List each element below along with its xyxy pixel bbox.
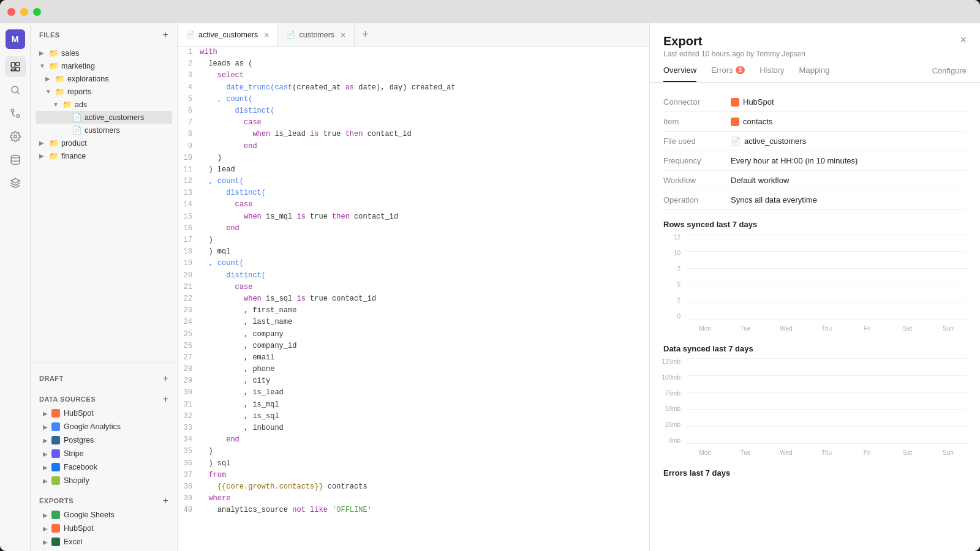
line-content: ) [200, 446, 649, 457]
tree-item-label: reports [67, 88, 91, 96]
tab-errors-label: Errors [711, 66, 733, 75]
export-label: HubSpot [64, 524, 94, 533]
data-source-stripe[interactable]: ▶ Stripe [39, 447, 168, 460]
svg-point-6 [11, 109, 14, 112]
excel-icon [51, 538, 60, 546]
line-number: 39 [178, 493, 200, 504]
tree-item-sales[interactable]: ▶ 📁 sales [36, 47, 172, 59]
data-source-shopify[interactable]: ▶ Shopify [39, 474, 168, 487]
data-y-labels: 125mb 100mb 75mb 50mb 25mb 0mb [663, 358, 683, 444]
data-chart-title: Data synced last 7 days [663, 344, 967, 353]
export-google-sheets[interactable]: ▶ Google Sheets [39, 508, 168, 522]
tree-item-marketing[interactable]: ▼ 📁 marketing [36, 59, 172, 72]
right-panel: Export Last edited 10 hours ago by Tommy… [649, 23, 980, 551]
data-sources-add-btn[interactable]: + [163, 394, 168, 404]
svg-rect-2 [15, 67, 19, 71]
workflow-label: Workflow [663, 176, 731, 185]
data-source-facebook[interactable]: ▶ Facebook [39, 460, 168, 474]
code-line: 23 , first_name [178, 305, 649, 317]
data-sources-label: DATA SOURCES [39, 395, 96, 403]
tree-item-finance[interactable]: ▶ 📁 finance [36, 149, 172, 162]
code-line: 24 , last_name [178, 317, 649, 328]
code-editor[interactable]: 1with2 leads as (3 select4 date_trunc(ca… [178, 47, 649, 551]
chevron-right-icon: ▶ [39, 152, 47, 159]
line-number: 27 [178, 352, 200, 364]
configure-btn[interactable]: Configure [932, 66, 967, 81]
sidebar-item-database[interactable] [5, 149, 26, 170]
line-content: analytics_source not like 'OFFLINE' [200, 504, 649, 516]
files-add-btn[interactable]: + [163, 29, 168, 40]
sidebar-item-git[interactable] [5, 103, 26, 124]
chevron-right-icon: ▶ [39, 50, 47, 56]
maximize-window-btn[interactable] [33, 8, 41, 16]
tab-errors[interactable]: Errors 3 [711, 66, 745, 82]
rows-chart-title: Rows synced last 7 days [663, 220, 967, 229]
code-line: 3 select [178, 70, 649, 81]
frequency-row: Frequency Every hour at HH:00 (in 10 min… [663, 151, 967, 171]
connector-label: Connector [663, 97, 731, 107]
chevron-right-icon: ▶ [45, 75, 53, 82]
tree-item-explorations[interactable]: ▶ 📁 explorations [36, 72, 172, 85]
code-line: 30 , is_lead [178, 387, 649, 399]
rows-y-labels: 12 10 7 5 2 0 [663, 234, 683, 320]
export-excel[interactable]: ▶ Excel [39, 535, 168, 549]
tree-item-label: ads [75, 100, 87, 109]
tree-item-product[interactable]: ▶ 📁 product [36, 137, 172, 149]
line-content: when is_sql is true contact_id [200, 293, 649, 305]
tree-item-active-customers[interactable]: ▶ 📄 active_customers [36, 111, 172, 124]
avatar[interactable]: M [6, 29, 25, 49]
exports-add-btn[interactable]: + [163, 496, 168, 506]
data-source-google-analytics[interactable]: ▶ Google Analytics [39, 420, 168, 433]
postgres-icon [51, 436, 60, 444]
file-tab-icon: 📄 [186, 31, 195, 39]
close-window-btn[interactable] [7, 8, 15, 16]
line-content: when is_lead is true then contact_id [200, 129, 649, 140]
draft-add-btn[interactable]: + [163, 373, 168, 383]
tree-item-ads[interactable]: ▼ 📁 ads [36, 98, 172, 111]
chevron-icon: ▶ [43, 525, 48, 532]
tab-mapping[interactable]: Mapping [799, 66, 830, 82]
data-source-postgres[interactable]: ▶ Postgres [39, 433, 168, 447]
sidebar-item-settings[interactable] [5, 126, 26, 147]
tree-item-reports[interactable]: ▼ 📁 reports [36, 85, 172, 98]
workflow-value: Default workflow [731, 176, 789, 185]
tab-history[interactable]: History [760, 66, 784, 82]
line-content: when is_mql is true then contact_id [200, 211, 649, 223]
folder-icon: 📁 [55, 87, 65, 96]
chevron-icon: ▶ [43, 424, 48, 430]
tab-overview[interactable]: Overview [663, 66, 696, 82]
export-hubspot[interactable]: ▶ HubSpot [39, 522, 168, 535]
draft-label: DRAFT [39, 375, 64, 382]
tab-close-btn[interactable]: × [264, 30, 269, 40]
data-sources-section: DATA SOURCES + ▶ HubSpot ▶ Google Analyt… [31, 388, 177, 490]
tab-add-btn[interactable]: + [355, 28, 376, 41]
minimize-window-btn[interactable] [20, 8, 28, 16]
panel-title: Export [663, 34, 805, 48]
line-number: 34 [178, 434, 200, 446]
editor-area: 📄 active_customers × 📄 customers × + 1wi… [178, 23, 649, 551]
line-number: 21 [178, 282, 200, 293]
sidebar-item-config[interactable] [5, 173, 26, 193]
tab-customers[interactable]: 📄 customers × [278, 23, 355, 46]
tab-label: active_customers [198, 31, 258, 39]
code-line: 17 ) [178, 234, 649, 246]
data-source-hubspot[interactable]: ▶ HubSpot [39, 407, 168, 420]
tab-active-customers[interactable]: 📄 active_customers × [178, 23, 278, 46]
tab-close-btn[interactable]: × [341, 30, 345, 40]
panel-close-btn[interactable]: × [960, 34, 967, 45]
operation-row: Operation Syncs all data everytime [663, 190, 967, 210]
line-content: with [200, 47, 649, 58]
line-number: 5 [178, 94, 200, 105]
sidebar-item-search[interactable] [5, 80, 26, 100]
google-sheets-icon [51, 511, 60, 519]
tree-item-label: product [61, 139, 87, 148]
tree-item-label: marketing [61, 62, 95, 70]
chevron-icon: ▶ [43, 451, 48, 457]
tree-item-customers[interactable]: ▶ 📄 customers [36, 124, 172, 137]
sidebar-item-files[interactable] [5, 56, 26, 77]
code-line: 36 ) sql [178, 458, 649, 470]
line-content: date_trunc(cast(created_at as date), day… [200, 82, 649, 94]
rows-x-labels: Mon Tue Wed Thu Fri Sat Sun [687, 325, 967, 332]
code-line: 13 distinct( [178, 187, 649, 199]
line-content: , company_id [200, 340, 649, 352]
